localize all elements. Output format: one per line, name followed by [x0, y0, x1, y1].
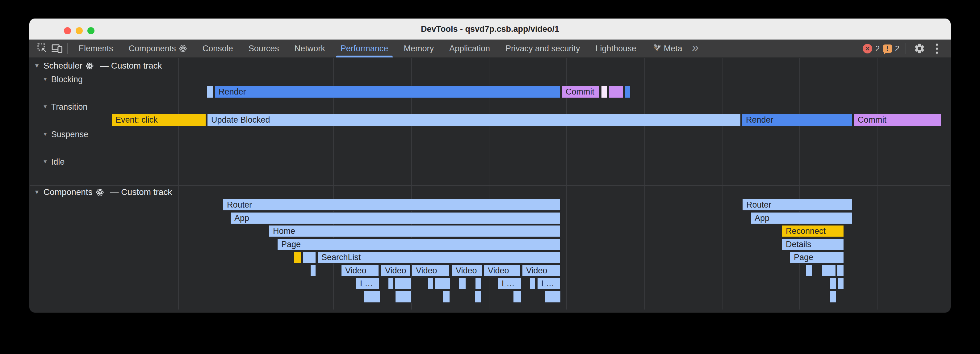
bar-video[interactable]: Video: [412, 265, 450, 277]
flame-bar[interactable]: [821, 265, 836, 277]
bar-reconnect[interactable]: Reconnect: [781, 225, 844, 237]
bar-label: Reconnect: [782, 226, 826, 236]
collapse-triangle-icon[interactable]: ▼: [43, 104, 48, 110]
bar-details[interactable]: Details: [781, 238, 844, 250]
flame-bar[interactable]: [805, 265, 813, 277]
bar-render[interactable]: Render: [214, 86, 560, 98]
bar-update-blocked[interactable]: Update Blocked: [207, 114, 741, 126]
flame-bar[interactable]: [458, 277, 466, 290]
react-atom-icon: [96, 188, 104, 196]
lane-label-transition[interactable]: ▼Transition: [43, 102, 88, 112]
bar-page[interactable]: Page: [277, 238, 561, 250]
flame-bar[interactable]: [545, 291, 561, 303]
flame-bar[interactable]: [530, 277, 536, 290]
bar-l[interactable]: L…: [356, 277, 380, 290]
bar-event-click[interactable]: Event: click: [111, 114, 206, 126]
collapse-triangle-icon[interactable]: ▼: [34, 62, 40, 69]
flame-bar[interactable]: [388, 277, 394, 290]
bar-label: Render: [215, 87, 246, 97]
bar-home[interactable]: Home: [269, 225, 561, 237]
bar-label: App: [231, 214, 249, 223]
bar-label: Details: [782, 240, 811, 249]
bar-label: Commit: [854, 115, 886, 125]
bar-app[interactable]: App: [750, 212, 853, 224]
bar-video[interactable]: Video: [484, 265, 521, 277]
bar-l[interactable]: L…: [497, 277, 522, 290]
bar-label: App: [751, 214, 769, 223]
bar-label: Video: [342, 266, 366, 276]
flame-bar[interactable]: [364, 291, 381, 303]
flame-bar[interactable]: [395, 277, 412, 290]
bar-l[interactable]: L…: [537, 277, 561, 290]
gridline: [101, 58, 101, 309]
bar-label: Video: [522, 266, 547, 276]
bar-label: Home: [269, 226, 295, 236]
bar-label: Video: [412, 266, 437, 276]
react-atom-icon: [86, 62, 94, 70]
bar-label: Router: [223, 200, 252, 210]
track-subtitle: — Custom track: [100, 61, 162, 71]
flame-bar[interactable]: [474, 291, 482, 303]
lane-label-blocking[interactable]: ▼Blocking: [43, 75, 83, 85]
collapse-triangle-icon[interactable]: ▼: [43, 159, 48, 165]
flame-bar[interactable]: [442, 291, 450, 303]
collapse-triangle-icon[interactable]: ▼: [34, 189, 40, 196]
lane-label: Transition: [51, 102, 88, 112]
bar-router[interactable]: Router: [742, 199, 853, 211]
flame-bar[interactable]: [427, 277, 433, 290]
lane-label-idle[interactable]: ▼Idle: [43, 157, 65, 167]
components-track-header[interactable]: ▼ Components — Custom track: [34, 187, 172, 198]
bar-router[interactable]: Router: [223, 199, 561, 211]
flame-bar[interactable]: [293, 251, 302, 263]
bar-label: Video: [452, 266, 477, 276]
bar-label: Event: click: [112, 115, 158, 125]
track-title: Scheduler: [43, 61, 83, 71]
lane-label: Suspense: [51, 130, 88, 139]
bar-app[interactable]: App: [230, 212, 561, 224]
bar-page[interactable]: Page: [789, 251, 844, 263]
flame-bar[interactable]: [302, 251, 316, 263]
bar-render[interactable]: Render: [741, 114, 853, 126]
scheduler-track-header[interactable]: ▼ Scheduler — Custom track: [34, 61, 162, 71]
flame-bar[interactable]: [837, 265, 844, 277]
flame-bar[interactable]: [609, 86, 624, 98]
bar-label: Video: [381, 266, 406, 276]
bar-label: Page: [278, 240, 301, 249]
lane-label-suspense[interactable]: ▼Suspense: [43, 129, 88, 139]
flame-bar[interactable]: [829, 291, 837, 303]
bar-label: Video: [484, 266, 509, 276]
flame-bar[interactable]: [624, 86, 631, 98]
timeline-canvas: ▼ Scheduler — Custom track ▼ Components: [29, 19, 951, 313]
flame-bar[interactable]: [395, 291, 412, 303]
devtools-window: DevTools - qsvd7p.csb.app/video/1 Elemen…: [29, 19, 951, 313]
bar-label: L…: [356, 279, 373, 289]
flame-bar[interactable]: [206, 86, 214, 98]
flame-bar[interactable]: [475, 277, 482, 290]
bar-video[interactable]: Video: [452, 265, 483, 277]
track-subtitle: — Custom track: [110, 187, 172, 197]
collapse-triangle-icon[interactable]: ▼: [43, 76, 48, 83]
bar-label: L…: [538, 279, 554, 289]
bar-video[interactable]: Video: [522, 265, 561, 277]
bar-commit[interactable]: Commit: [561, 86, 600, 98]
collapse-triangle-icon[interactable]: ▼: [43, 131, 48, 137]
flame-bar[interactable]: [434, 277, 450, 290]
track-title: Components: [43, 187, 92, 197]
bar-label: Router: [743, 200, 771, 210]
bar-video[interactable]: Video: [341, 265, 379, 277]
lane-label: Idle: [51, 157, 65, 167]
flame-bar[interactable]: [829, 277, 837, 290]
flame-bar[interactable]: [310, 265, 316, 277]
bar-searchlist[interactable]: SearchList: [317, 251, 561, 263]
lane-label: Blocking: [51, 75, 83, 85]
bar-video[interactable]: Video: [381, 265, 410, 277]
bar-label: L…: [498, 279, 515, 289]
bar-label: Page: [790, 253, 813, 262]
flame-bar[interactable]: [601, 86, 608, 98]
flame-bar[interactable]: [513, 291, 522, 303]
bar-label: SearchList: [318, 253, 361, 262]
bar-commit[interactable]: Commit: [853, 114, 942, 126]
bar-label: Commit: [562, 87, 594, 97]
flame-bar[interactable]: [837, 277, 844, 290]
gridline: [722, 58, 722, 309]
